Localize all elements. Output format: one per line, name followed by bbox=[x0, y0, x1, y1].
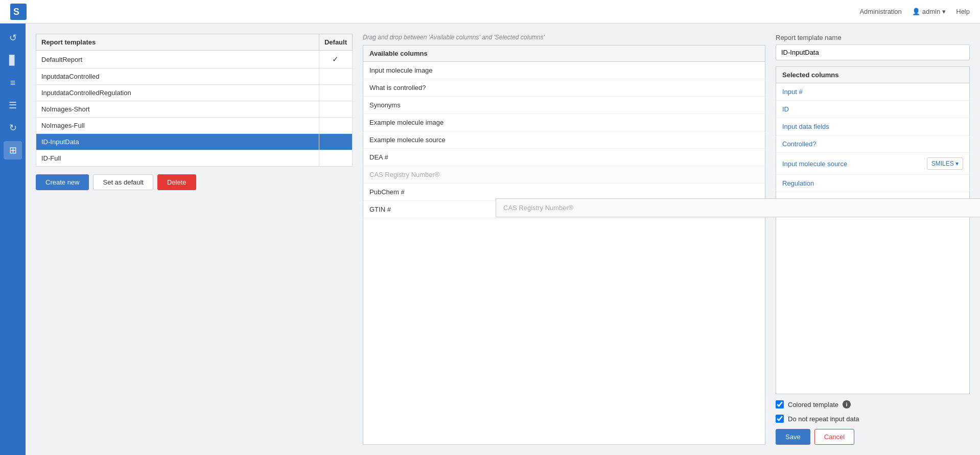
navbar-right: Administration 👤 admin ▾ Help bbox=[859, 8, 970, 15]
template-row-name: ID-InputData bbox=[36, 134, 319, 150]
available-column-item: CAS Registry Number® bbox=[363, 166, 765, 184]
selected-column-label: Input # bbox=[782, 88, 803, 96]
template-row-name: NoImages-Full bbox=[36, 118, 319, 134]
selected-column-item[interactable]: Regulation bbox=[776, 175, 969, 192]
template-row-default bbox=[319, 118, 352, 134]
do-not-repeat-label: Do not repeat input data bbox=[788, 415, 859, 423]
set-as-default-button[interactable]: Set as default bbox=[93, 174, 153, 190]
user-icon: 👤 bbox=[912, 8, 920, 15]
available-column-item[interactable]: Example molecule source bbox=[363, 131, 765, 149]
sidebar-icon-listcheck[interactable]: ☰ bbox=[4, 96, 22, 115]
available-column-item[interactable]: Example molecule image bbox=[363, 114, 765, 131]
do-not-repeat-row: Do not repeat input data bbox=[776, 415, 970, 423]
table-row[interactable]: NoImages-Short bbox=[36, 101, 353, 118]
selected-column-label: ID bbox=[782, 105, 789, 113]
sidebar-icon-menu[interactable]: ≡ bbox=[4, 74, 22, 92]
sidebar: ↺ ▊ ≡ ☰ ↻ ⊞ bbox=[0, 24, 26, 455]
chevron-down-icon: ▾ bbox=[942, 8, 946, 15]
sidebar-icon-chart[interactable]: ▊ bbox=[4, 51, 22, 70]
selected-columns-list: Input #IDInput data fieldsControlled?Inp… bbox=[776, 83, 969, 394]
template-row-default bbox=[319, 134, 352, 150]
table-header-default: Default bbox=[319, 34, 352, 51]
selected-column-label: Controlled? bbox=[782, 140, 816, 148]
admin-link[interactable]: Administration bbox=[859, 8, 901, 15]
create-new-button[interactable]: Create new bbox=[36, 174, 89, 190]
available-columns-header: Available columns bbox=[363, 46, 765, 62]
selected-column-label: Regulation bbox=[782, 179, 814, 187]
template-row-default: ✓ bbox=[319, 51, 352, 69]
template-row-name: NoImages-Short bbox=[36, 101, 319, 118]
template-row-default bbox=[319, 85, 352, 101]
navbar-left: S bbox=[10, 4, 27, 20]
template-row-default bbox=[319, 150, 352, 167]
smiles-dropdown[interactable]: SMILES ▾ bbox=[927, 157, 963, 170]
help-link[interactable]: Help bbox=[956, 8, 970, 15]
sidebar-icon-sync[interactable]: ↻ bbox=[4, 119, 22, 137]
default-checkmark: ✓ bbox=[332, 55, 339, 63]
colored-template-label: Colored template bbox=[788, 401, 838, 408]
template-row-name: ID-Full bbox=[36, 150, 319, 167]
template-row-name: DefaultReport bbox=[36, 51, 319, 69]
user-label: admin bbox=[922, 8, 940, 15]
available-columns-list: Input molecule imageWhat is controlled?S… bbox=[363, 62, 765, 444]
app-logo: S bbox=[10, 4, 27, 20]
available-column-item[interactable]: Input molecule image bbox=[363, 62, 765, 79]
table-row[interactable]: ID-InputData bbox=[36, 134, 353, 150]
selected-column-item[interactable]: Input molecule sourceSMILES ▾ bbox=[776, 153, 969, 175]
content-area: Report templates Default DefaultReport✓I… bbox=[26, 24, 980, 455]
template-name-input[interactable] bbox=[776, 44, 970, 60]
save-button[interactable]: Save bbox=[776, 429, 810, 445]
user-menu[interactable]: 👤 admin ▾ bbox=[912, 8, 946, 15]
template-row-default bbox=[319, 69, 352, 85]
selected-columns-panel: Selected columns Input #IDInput data fie… bbox=[776, 66, 970, 394]
table-row[interactable]: NoImages-Full bbox=[36, 118, 353, 134]
middle-panel: Drag and drop between 'Available columns… bbox=[363, 34, 765, 445]
sidebar-icon-refresh[interactable]: ↺ bbox=[4, 29, 22, 47]
template-row-default bbox=[319, 101, 352, 118]
selected-column-item[interactable]: Controlled? bbox=[776, 135, 969, 153]
template-row-name: InputdataControlledRegulation bbox=[36, 85, 319, 101]
selected-column-item[interactable]: Input data fields bbox=[776, 118, 969, 135]
sidebar-icon-report[interactable]: ⊞ bbox=[4, 141, 22, 160]
colored-template-row: Colored template i bbox=[776, 400, 970, 408]
right-panel: Report template name Selected columns In… bbox=[776, 34, 970, 445]
template-row-name: InputdataControlled bbox=[36, 69, 319, 85]
available-column-item[interactable]: DEA # bbox=[363, 149, 765, 166]
table-row[interactable]: InputdataControlledRegulation bbox=[36, 85, 353, 101]
cas-tooltip-text: CAS Registry Number® bbox=[503, 204, 573, 212]
selected-columns-header: Selected columns bbox=[776, 67, 969, 83]
cas-tooltip: CAS Registry Number® bbox=[496, 198, 980, 217]
cancel-button[interactable]: Cancel bbox=[814, 429, 854, 445]
available-columns-panel: Available columns Input molecule imageWh… bbox=[363, 45, 765, 445]
colored-template-checkbox[interactable] bbox=[776, 400, 784, 408]
svg-text:S: S bbox=[13, 7, 19, 17]
table-row[interactable]: InputdataControlled bbox=[36, 69, 353, 85]
action-buttons: Save Cancel bbox=[776, 429, 970, 445]
table-row[interactable]: ID-Full bbox=[36, 150, 353, 167]
table-header-name: Report templates bbox=[36, 34, 319, 51]
selected-column-item[interactable]: Input # bbox=[776, 83, 969, 101]
selected-column-item[interactable]: ID bbox=[776, 101, 969, 118]
report-templates-table: Report templates Default DefaultReport✓I… bbox=[36, 34, 353, 167]
buttons-row: Create new Set as default Delete bbox=[36, 174, 353, 190]
table-row[interactable]: DefaultReport✓ bbox=[36, 51, 353, 69]
selected-column-label: Input molecule source bbox=[782, 160, 847, 168]
colored-template-info-icon[interactable]: i bbox=[843, 400, 851, 408]
selected-column-label: Input data fields bbox=[782, 123, 829, 130]
available-column-item[interactable]: What is controlled? bbox=[363, 79, 765, 97]
template-name-section: Report template name bbox=[776, 34, 970, 60]
left-panel: Report templates Default DefaultReport✓I… bbox=[36, 34, 353, 445]
do-not-repeat-checkbox[interactable] bbox=[776, 415, 784, 423]
navbar: S Administration 👤 admin ▾ Help bbox=[0, 0, 980, 24]
template-name-label: Report template name bbox=[776, 34, 970, 41]
available-column-item[interactable]: Synonyms bbox=[363, 97, 765, 114]
main-layout: ↺ ▊ ≡ ☰ ↻ ⊞ Report templates Default Def… bbox=[0, 24, 980, 455]
drag-hint: Drag and drop between 'Available columns… bbox=[363, 34, 765, 41]
delete-button[interactable]: Delete bbox=[157, 174, 196, 190]
